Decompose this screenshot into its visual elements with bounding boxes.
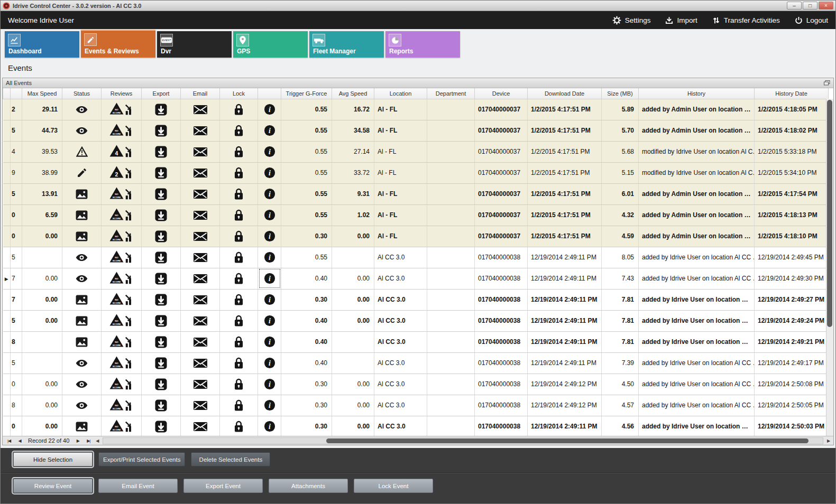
info-icon[interactable]: i <box>264 188 275 200</box>
reviews-cell[interactable]: NOSCORE <box>102 183 142 204</box>
col-header-device[interactable]: Device <box>475 88 528 99</box>
reviews-cell[interactable]: NOSCORE <box>102 289 142 310</box>
review-score-badge[interactable]: NOSCORE <box>109 102 124 116</box>
menu-item-import[interactable]: Import <box>665 16 697 24</box>
last-record-button[interactable]: ▶| <box>83 438 94 443</box>
table-row[interactable]: 5NOSCOREi0.55Al CC 3.001704000003812/19/… <box>3 247 829 268</box>
horizontal-scrollbar-thumb[interactable] <box>326 438 809 443</box>
info-icon[interactable]: i <box>264 315 275 326</box>
email-icon[interactable] <box>194 338 207 347</box>
review-score-badge[interactable]: 2 <box>109 166 124 180</box>
email-icon[interactable] <box>194 147 207 156</box>
reviews-cell[interactable]: NOSCORE <box>102 226 142 247</box>
export-icon[interactable] <box>155 294 167 306</box>
review-score-badge[interactable]: NOSCORE <box>109 377 124 391</box>
info-icon[interactable]: i <box>264 336 275 348</box>
menu-item-logout[interactable]: Logout <box>795 16 828 24</box>
review-score-badge[interactable]: NOSCORE <box>109 124 124 137</box>
action-email-event-button[interactable]: Email Event <box>98 479 178 493</box>
lock-icon[interactable] <box>234 273 243 284</box>
review-score-badge[interactable]: NOSCORE <box>109 229 124 243</box>
email-icon[interactable] <box>194 169 207 178</box>
review-score-badge[interactable]: NOSCORE <box>109 398 124 412</box>
info-icon[interactable]: i <box>264 230 275 242</box>
email-icon[interactable] <box>194 316 207 325</box>
tab-fleet-manager[interactable]: Fleet Manager <box>309 31 384 58</box>
table-row[interactable]: 00.00NOSCOREi0.300.00Al CC 3.00170400000… <box>3 416 829 436</box>
review-score-badge[interactable]: NOSCORE <box>109 293 124 306</box>
review-score-badge[interactable]: NOSCORE <box>109 314 124 328</box>
table-row[interactable]: 513.91NOSCOREi0.559.31Al - FL01704000003… <box>3 183 829 204</box>
col-header-department[interactable]: Department <box>427 88 475 99</box>
horizontal-scrollbar[interactable] <box>103 437 823 444</box>
col-header-reviews[interactable]: Reviews <box>102 88 142 99</box>
reviews-cell[interactable]: NOSCORE <box>102 99 142 120</box>
info-icon[interactable]: i <box>264 294 275 305</box>
export-icon[interactable] <box>155 336 167 348</box>
vertical-scrollbar-thumb[interactable] <box>827 100 832 327</box>
first-record-button[interactable]: |◀ <box>4 438 14 443</box>
table-row[interactable]: 229.11NOSCOREi0.5516.72Al - FL0170400000… <box>3 99 829 120</box>
export-icon[interactable] <box>155 230 167 242</box>
lock-icon[interactable] <box>234 230 243 242</box>
col-header-download-date[interactable]: Download Date <box>528 88 602 99</box>
prev-record-button[interactable]: ◀ <box>14 438 25 443</box>
reviews-cell[interactable]: 4 <box>102 141 142 162</box>
next-record-button[interactable]: ▶ <box>72 438 83 443</box>
menu-item-transfer-activities[interactable]: Transfer Activities <box>712 16 780 24</box>
lock-icon[interactable] <box>234 399 243 411</box>
col-header-history-date[interactable]: History Date <box>755 88 829 99</box>
lock-icon[interactable] <box>234 209 243 221</box>
email-icon[interactable] <box>194 380 207 389</box>
action-export-event-button[interactable]: Export Event <box>183 479 263 493</box>
tab-gps[interactable]: GPS <box>233 31 308 58</box>
reviews-cell[interactable]: NOSCORE <box>102 416 142 436</box>
info-icon[interactable]: i <box>264 167 275 179</box>
action-attachments-button[interactable]: Attachments <box>269 479 348 493</box>
action-lock-event-button[interactable]: Lock Event <box>354 479 433 493</box>
reviews-cell[interactable]: NOSCORE <box>102 352 142 374</box>
review-score-badge[interactable]: NOSCORE <box>109 272 124 285</box>
export-icon[interactable] <box>155 399 167 412</box>
email-icon[interactable] <box>194 105 207 114</box>
minimize-icon[interactable]: – <box>787 2 802 10</box>
export-icon[interactable] <box>155 378 167 390</box>
col-header-trigger-g-force[interactable]: Trigger G-Force <box>281 88 332 99</box>
action-delete-selected-events-button[interactable]: Delete Selected Events <box>191 452 270 466</box>
tab-dvr[interactable]: EVENTDvr <box>157 31 232 58</box>
table-row[interactable]: 70.00NOSCOREi0.300.00Al CC 3.00170400000… <box>3 289 829 310</box>
col-header-status[interactable]: Status <box>62 88 102 99</box>
lock-icon[interactable] <box>234 146 243 157</box>
lock-icon[interactable] <box>234 251 243 263</box>
col-header-email[interactable]: Email <box>181 88 220 99</box>
col-header-avg-speed[interactable]: Avg Speed <box>332 88 374 99</box>
email-icon[interactable] <box>194 359 207 368</box>
col-header-max-speed[interactable]: Max Speed <box>22 88 62 99</box>
col-header-export[interactable]: Export <box>142 88 181 99</box>
export-icon[interactable] <box>155 125 167 137</box>
review-score-badge[interactable]: NOSCORE <box>109 250 124 264</box>
table-row[interactable]: ▶70.00NOSCOREi0.400.00Al CC 3.0017040000… <box>3 268 829 289</box>
col-header-location[interactable]: Location <box>374 88 427 99</box>
table-row[interactable]: 50.00NOSCOREi0.400.00Al CC 3.00170400000… <box>3 310 829 331</box>
email-icon[interactable] <box>194 253 207 262</box>
reviews-cell[interactable]: NOSCORE <box>102 120 142 141</box>
email-icon[interactable] <box>194 274 207 283</box>
reviews-cell[interactable]: NOSCORE <box>102 204 142 226</box>
info-icon[interactable]: i <box>264 357 275 369</box>
hscroll-right-icon[interactable]: ▶ <box>825 438 832 443</box>
vertical-scrollbar[interactable] <box>826 99 833 436</box>
email-icon[interactable] <box>194 211 207 220</box>
email-icon[interactable] <box>194 232 207 241</box>
email-icon[interactable] <box>194 401 207 410</box>
tab-reports[interactable]: Reports <box>385 31 460 58</box>
info-icon[interactable]: i <box>264 104 275 115</box>
email-icon[interactable] <box>194 295 207 304</box>
action-hide-selection-button[interactable]: Hide Selection <box>13 452 93 466</box>
lock-icon[interactable] <box>234 378 243 390</box>
info-icon[interactable]: i <box>264 421 275 432</box>
maximize-icon[interactable]: □ <box>803 2 817 10</box>
lock-icon[interactable] <box>234 336 243 348</box>
export-icon[interactable] <box>155 315 167 327</box>
table-row[interactable]: 544.73NOSCOREi0.5534.58Al - FL0170400000… <box>3 120 829 141</box>
